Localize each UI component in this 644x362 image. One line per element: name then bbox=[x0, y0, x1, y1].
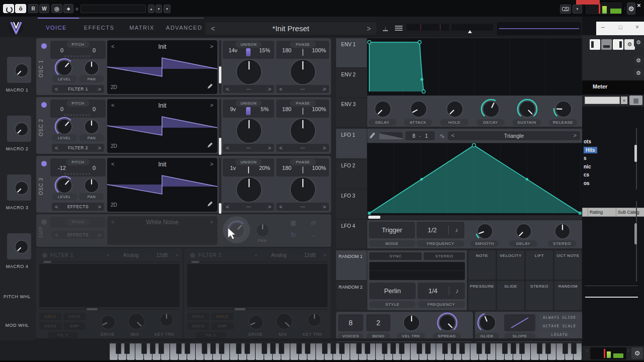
filter-keytrack-knob[interactable] bbox=[157, 311, 176, 331]
next-shape-button[interactable]: > bbox=[574, 133, 577, 138]
keytrack-icon[interactable]: ↔ bbox=[308, 230, 319, 239]
table-header-subcategory[interactable]: Sub Categ bbox=[616, 208, 644, 217]
envelope-display[interactable] bbox=[367, 38, 582, 96]
voices-value[interactable]: 8 bbox=[338, 314, 363, 331]
close-window-icon[interactable]: × bbox=[635, 24, 639, 31]
piano-black-key[interactable] bbox=[305, 343, 310, 354]
piano-black-key[interactable] bbox=[502, 343, 508, 354]
phase-box[interactable]: PHASE 180 100% bbox=[276, 100, 329, 118]
piano-black-key[interactable] bbox=[442, 343, 448, 354]
wavetable-scroll-thumb[interactable] bbox=[219, 203, 221, 214]
wavetable-display[interactable]: < Init > 2D bbox=[107, 99, 217, 153]
table-header-rating[interactable]: Rating bbox=[588, 208, 617, 217]
unison-detune-slider[interactable] bbox=[248, 166, 249, 173]
piano-black-key[interactable] bbox=[417, 343, 422, 354]
phase-slider[interactable] bbox=[302, 49, 303, 56]
view-mode-toggle[interactable]: 2D bbox=[111, 202, 117, 208]
prev-filter-model[interactable]: < bbox=[255, 252, 258, 258]
piano-black-key[interactable] bbox=[279, 343, 284, 354]
grid-size-selector[interactable]: 8-1 bbox=[406, 131, 435, 140]
wavetable-scrollbar[interactable] bbox=[219, 40, 221, 94]
layout-left-button[interactable] bbox=[590, 39, 600, 50]
env-attack-knob[interactable] bbox=[408, 99, 429, 122]
search-input[interactable] bbox=[585, 97, 620, 104]
tab-random2[interactable]: RANDOM 2 bbox=[336, 281, 367, 310]
osc-transpose-value[interactable]: 0 bbox=[54, 106, 69, 112]
menu-button[interactable] bbox=[393, 23, 404, 33]
edit-wavetable-icon[interactable] bbox=[207, 83, 213, 89]
osc-power-toggle[interactable] bbox=[41, 161, 47, 166]
mod-source-velocity[interactable]: VELOCITY bbox=[497, 250, 524, 280]
tempo-sync-icon[interactable]: ♪ bbox=[449, 222, 464, 238]
fx-offline-button[interactable]: ō bbox=[15, 4, 26, 13]
paint-brush-icon[interactable] bbox=[369, 132, 375, 139]
tempo-sync-icon[interactable]: ♪ bbox=[449, 283, 465, 299]
piano-black-key[interactable] bbox=[202, 343, 207, 354]
filter-drive-knob[interactable] bbox=[99, 313, 118, 334]
piano-keyboard[interactable] bbox=[110, 343, 582, 360]
filter-input-smp[interactable]: SMP bbox=[63, 322, 86, 330]
preset-name[interactable]: *Init Preset bbox=[217, 22, 364, 35]
macro4-knob[interactable] bbox=[13, 238, 31, 258]
prev-sample-button[interactable]: < bbox=[111, 219, 114, 225]
tab-voice[interactable]: VOICE bbox=[41, 25, 71, 31]
tab-effects[interactable]: EFFECTS bbox=[82, 25, 117, 31]
phase-box[interactable]: PHASE 180 100% bbox=[276, 158, 329, 176]
wave-morph-knob[interactable] bbox=[234, 174, 264, 207]
piano-black-key[interactable] bbox=[459, 343, 465, 354]
piano-black-key[interactable] bbox=[270, 343, 276, 354]
piano-black-key[interactable] bbox=[390, 343, 396, 354]
filter-input-osc3[interactable]: OSC3 bbox=[187, 322, 209, 330]
random-stereo-button[interactable]: STEREO bbox=[424, 252, 465, 260]
filter-keytrack-knob[interactable] bbox=[305, 311, 324, 331]
filter-power-toggle[interactable] bbox=[190, 253, 195, 258]
unison-box[interactable]: UNISON 14v 15% bbox=[223, 41, 274, 59]
osc-routing-selector[interactable]: < FILTER 1 > bbox=[52, 85, 104, 93]
view-grid-button[interactable]: ▦ bbox=[629, 96, 642, 105]
toolbar-dropdown[interactable]: ▼ bbox=[573, 5, 582, 14]
osc-routing-selector[interactable]: < EFFECTS > bbox=[52, 203, 104, 211]
wavetable-display[interactable]: < Init > 2D bbox=[107, 40, 217, 94]
filter-input-osc3[interactable]: OSC3 bbox=[39, 322, 61, 330]
mod-source-random[interactable]: RANDOM bbox=[554, 281, 582, 310]
fx-power-button[interactable] bbox=[3, 4, 14, 13]
phase-mod-selector[interactable]: < --- > bbox=[276, 85, 329, 93]
phase-value[interactable]: 180 bbox=[279, 47, 295, 53]
prev-filter-model[interactable]: < bbox=[107, 252, 110, 258]
piano-black-key[interactable] bbox=[124, 343, 130, 354]
osc-tune-value[interactable]: 0 bbox=[87, 106, 102, 112]
wave-morph-knob[interactable] bbox=[234, 57, 264, 89]
wavetable-scroll-thumb[interactable] bbox=[219, 138, 221, 155]
spread-knob[interactable] bbox=[437, 312, 458, 335]
param-up-button[interactable]: ▲ bbox=[148, 5, 154, 13]
phase-mod-selector[interactable]: < --- > bbox=[276, 203, 329, 211]
filter-input-smp[interactable]: SMP bbox=[211, 322, 233, 330]
tab-lfo2[interactable]: LFO 2 bbox=[336, 159, 367, 189]
read-automation-button[interactable]: R bbox=[28, 4, 38, 13]
filter-input-other[interactable]: FIL 2 bbox=[47, 332, 78, 338]
unison-box[interactable]: UNISON 9v 5% bbox=[223, 100, 274, 118]
env-sustain-knob[interactable] bbox=[517, 99, 538, 122]
transpose-display[interactable] bbox=[451, 24, 493, 31]
category-item[interactable]: cs bbox=[584, 172, 589, 177]
unison-detune-value[interactable]: 15% bbox=[256, 47, 273, 53]
osc-pitch-box[interactable]: PITCH 0 0 bbox=[50, 100, 106, 118]
tab-env3[interactable]: ENV 3 bbox=[336, 98, 367, 127]
close-toolbar-button[interactable]: × bbox=[637, 2, 641, 9]
category-item[interactable]: Hits bbox=[584, 147, 597, 153]
piano-black-key[interactable] bbox=[141, 343, 147, 354]
category-item[interactable]: os bbox=[584, 180, 590, 186]
ui-mode-button[interactable]: ◎ bbox=[51, 4, 62, 13]
minimize-icon[interactable]: – bbox=[601, 24, 605, 31]
prev-wavetable-button[interactable]: < bbox=[111, 161, 114, 167]
morph-mod-selector[interactable]: < --- > bbox=[223, 144, 274, 152]
next-filter-model[interactable]: > bbox=[175, 252, 178, 258]
mod-source-pressure[interactable]: PRESSURE bbox=[468, 281, 496, 310]
mod-source-stereo[interactable]: STEREO bbox=[526, 281, 553, 310]
random-style-selector[interactable]: Perlin bbox=[369, 283, 416, 299]
piano-black-key[interactable] bbox=[476, 343, 482, 354]
phase-rand-value[interactable]: 100% bbox=[310, 47, 328, 53]
phase-slider[interactable] bbox=[302, 108, 303, 115]
lfo-shape-selector[interactable]: < Triangle > bbox=[448, 131, 580, 140]
param-dropdown[interactable]: ▼ bbox=[164, 5, 171, 13]
